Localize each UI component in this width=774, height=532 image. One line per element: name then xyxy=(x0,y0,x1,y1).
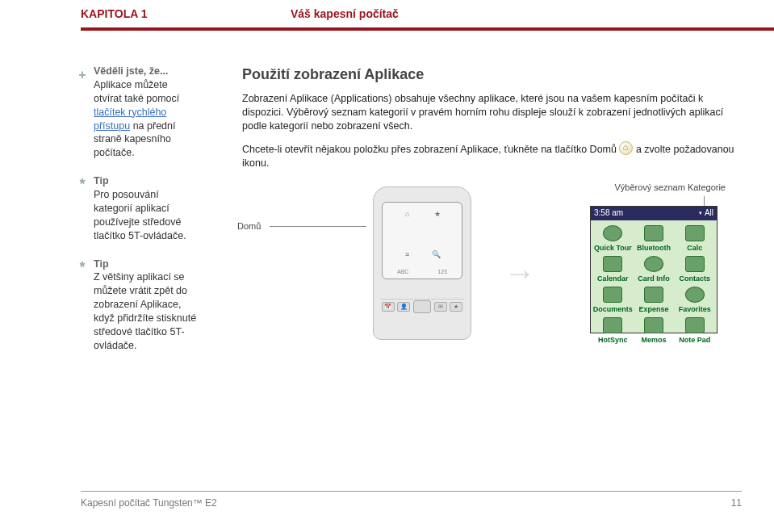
app-icon xyxy=(644,225,663,241)
footer-left: Kapesní počítač Tungsten™ E2 xyxy=(81,496,217,509)
find-silk-icon: 🔍 xyxy=(432,249,441,259)
palm-app-documents[interactable]: Documents xyxy=(592,287,634,314)
tip2-heading: Tip xyxy=(94,258,109,270)
app-label: Card Info xyxy=(638,274,670,283)
palm-titlebar: 3:58 am All xyxy=(591,207,717,220)
tip2-block: * Tip Z většiny aplikací se můžete vráti… xyxy=(81,258,197,353)
page-number: 11 xyxy=(731,496,742,509)
hw-button-2: 👤 xyxy=(397,302,410,312)
chapter-title: Váš kapesní počítač xyxy=(291,6,399,22)
app-label: Quick Tour xyxy=(594,243,632,253)
app-label: Contacts xyxy=(679,274,710,283)
asterisk-icon: * xyxy=(76,258,89,277)
palm-app-grid: Quick TourBluetoothCalcCalendarCard Info… xyxy=(591,220,717,347)
paragraph-1: Zobrazení Aplikace (Applications) obsahu… xyxy=(242,92,742,133)
main-content: Použití zobrazení Aplikace Zobrazení Apl… xyxy=(210,65,774,380)
graffiti-123: 123 xyxy=(437,268,447,275)
header-rule xyxy=(81,27,774,31)
tip1-text: Pro posouvání kategorií aplikací používe… xyxy=(94,189,186,241)
menu-silk-icon: ≡ xyxy=(405,249,409,259)
app-icon xyxy=(685,287,705,303)
callout-home: Domů xyxy=(237,220,278,232)
did-you-know-block: + Věděli jste, že... Aplikace můžete otv… xyxy=(81,65,197,160)
palm-app-memos[interactable]: Memos xyxy=(634,317,675,345)
app-icon xyxy=(685,256,705,272)
app-label: Calc xyxy=(687,243,702,253)
tip1-heading: Tip xyxy=(94,175,109,186)
hw-button-3: ✉ xyxy=(434,302,447,312)
palm-app-card-info[interactable]: Card Info xyxy=(634,256,675,283)
palm-app-quick-tour[interactable]: Quick Tour xyxy=(592,225,634,253)
palm-app-hotsync[interactable]: HotSync xyxy=(592,317,634,345)
device-screen: ⌂ ★ ≡ 🔍 ABC 123 xyxy=(382,202,462,279)
palm-app-calc[interactable]: Calc xyxy=(674,225,715,253)
asterisk-icon: * xyxy=(76,174,89,194)
app-icon xyxy=(644,317,663,333)
app-icon xyxy=(644,287,663,303)
tip1-block: * Tip Pro posouvání kategorií aplikací p… xyxy=(81,174,197,242)
chapter-label: KAPITOLA 1 xyxy=(81,6,147,22)
app-label: Note Pad xyxy=(679,335,710,345)
palm-time: 3:58 am xyxy=(594,207,623,219)
app-icon xyxy=(603,225,622,241)
paragraph-2: Chcete-li otevřít nějakou položku přes z… xyxy=(242,141,742,170)
home-icon xyxy=(619,141,633,155)
device-button-row: 📅 👤 ✉ ★ xyxy=(380,299,464,315)
app-icon xyxy=(603,287,622,303)
palm-app-expense[interactable]: Expense xyxy=(634,287,675,314)
sidebar: + Věděli jste, že... Aplikace můžete otv… xyxy=(0,65,210,380)
arrow-icon: → xyxy=(504,251,536,295)
palm-app-contacts[interactable]: Contacts xyxy=(674,256,715,283)
app-label: Favorites xyxy=(679,304,711,314)
app-label: Bluetooth xyxy=(637,243,671,253)
home-silk-icon: ⌂ xyxy=(405,209,409,219)
figure-area: Domů Výběrový seznam Kategorie ⌂ ★ ≡ 🔍 A… xyxy=(242,186,742,380)
footer: Kapesní počítač Tungsten™ E2 11 xyxy=(81,491,742,509)
dpad xyxy=(413,300,431,313)
paragraph-2a: Chcete-li otevřít nějakou položku přes z… xyxy=(242,144,617,155)
app-icon xyxy=(685,225,705,241)
app-label: Documents xyxy=(593,304,633,314)
plus-icon: + xyxy=(76,66,89,84)
palm-app-note-pad[interactable]: Note Pad xyxy=(674,317,715,345)
palm-category-picker[interactable]: All xyxy=(699,207,713,219)
did-you-know-text-1: Aplikace můžete otvírat také pomocí xyxy=(94,79,179,104)
graffiti-abc: ABC xyxy=(397,268,408,275)
app-label: HotSync xyxy=(598,335,628,345)
app-icon xyxy=(603,256,622,272)
palm-app-calendar[interactable]: Calendar xyxy=(592,256,634,283)
star-silk-icon: ★ xyxy=(434,209,441,219)
device-illustration: ⌂ ★ ≡ 🔍 ABC 123 📅 👤 ✉ ★ xyxy=(373,186,471,340)
section-title: Použití zobrazení Aplikace xyxy=(242,65,742,84)
tip2-text: Z většiny aplikací se můžete vrátit zpět… xyxy=(94,271,196,350)
hw-button-4: ★ xyxy=(450,302,462,312)
did-you-know-heading: Věděli jste, že... xyxy=(94,65,168,77)
app-label: Calendar xyxy=(597,274,629,283)
app-icon xyxy=(603,317,622,333)
palm-app-bluetooth[interactable]: Bluetooth xyxy=(634,225,675,253)
app-icon xyxy=(685,317,705,333)
palm-app-favorites[interactable]: Favorites xyxy=(674,287,715,314)
app-icon xyxy=(644,256,663,272)
callout-category: Výběrový seznam Kategorie xyxy=(614,182,726,194)
hw-button-1: 📅 xyxy=(382,302,395,312)
app-label: Memos xyxy=(641,335,666,345)
palm-screenshot: 3:58 am All Quick TourBluetoothCalcCalen… xyxy=(590,206,718,333)
app-label: Expense xyxy=(638,304,668,314)
